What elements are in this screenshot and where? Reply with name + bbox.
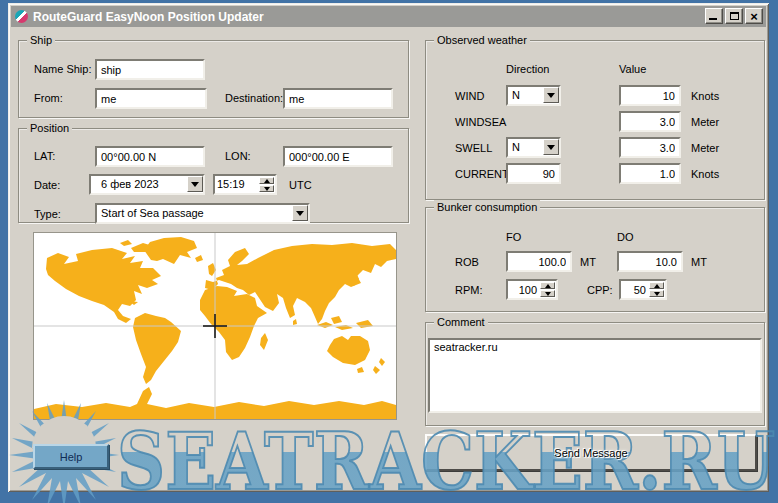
- lat-input[interactable]: [95, 146, 205, 167]
- spinner-down-icon: [545, 292, 551, 296]
- spinner-up-icon: [264, 179, 270, 183]
- cpp-spinner-down[interactable]: [649, 290, 664, 297]
- do-rob-input[interactable]: [617, 251, 683, 272]
- cpp-value: 50: [634, 284, 646, 296]
- wind-direction-value: N: [512, 89, 520, 101]
- maximize-icon: [730, 12, 739, 20]
- rpm-spinner-up[interactable]: [540, 282, 555, 289]
- world-map-svg: [34, 233, 396, 419]
- type-dropdown-button[interactable]: [292, 205, 308, 221]
- rpm-label: RPM:: [455, 284, 483, 296]
- type-dropdown[interactable]: Start of Sea passage: [95, 203, 310, 224]
- window-title: RouteGuard EasyNoon Position Updater: [33, 10, 264, 24]
- swell-direction-button[interactable]: [543, 139, 559, 155]
- comment-legend: Comment: [434, 315, 488, 329]
- name-ship-label: Name Ship:: [34, 63, 91, 75]
- title-bar[interactable]: RouteGuard EasyNoon Position Updater ×: [11, 6, 766, 27]
- wind-direction-dropdown[interactable]: N: [506, 85, 561, 106]
- type-label: Type:: [34, 208, 61, 220]
- app-icon: [15, 10, 28, 23]
- from-input[interactable]: [95, 88, 207, 109]
- destination-input[interactable]: [283, 88, 393, 109]
- swell-value-input[interactable]: [619, 137, 681, 158]
- current-direction-input[interactable]: [506, 163, 561, 184]
- type-value: Start of Sea passage: [101, 207, 204, 219]
- do-header: DO: [617, 231, 634, 243]
- help-button[interactable]: Help: [33, 444, 109, 469]
- current-unit-label: Knots: [691, 168, 719, 180]
- date-dropdown-button[interactable]: [187, 176, 203, 192]
- position-group-legend: Position: [27, 121, 72, 135]
- rpm-value: 100: [519, 284, 537, 296]
- chevron-down-icon: [547, 93, 555, 98]
- send-message-label: Send Message: [554, 447, 627, 459]
- maximize-button[interactable]: [725, 8, 743, 24]
- do-unit-label: MT: [691, 256, 707, 268]
- time-value: 15:19: [217, 178, 245, 190]
- name-ship-input[interactable]: [95, 59, 205, 80]
- app-window: RouteGuard EasyNoon Position Updater × S…: [8, 3, 769, 492]
- swell-direction-dropdown[interactable]: N: [506, 137, 561, 158]
- wind-label: WIND: [455, 90, 484, 102]
- cpp-label: CPP:: [587, 284, 613, 296]
- rpm-spinner[interactable]: 100: [506, 279, 558, 300]
- rpm-spinner-down[interactable]: [540, 290, 555, 297]
- chevron-down-icon: [296, 211, 304, 216]
- spinner-down-icon: [654, 292, 660, 296]
- spinner-up-icon: [545, 284, 551, 288]
- date-label: Date:: [34, 179, 60, 191]
- swell-unit-label: Meter: [691, 142, 719, 154]
- bunker-legend: Bunker consumption: [434, 200, 540, 214]
- utc-label: UTC: [289, 179, 312, 191]
- windsea-value-input[interactable]: [619, 111, 681, 132]
- date-dropdown[interactable]: 6 фев 2023: [89, 174, 205, 195]
- minimize-icon: [709, 18, 717, 20]
- rob-label: ROB: [455, 256, 479, 268]
- ship-group-legend: Ship: [27, 33, 55, 47]
- time-spinner-up[interactable]: [259, 177, 274, 184]
- lon-input[interactable]: [283, 146, 393, 167]
- date-value: 6 фев 2023: [101, 178, 159, 190]
- value-header: Value: [619, 63, 646, 75]
- wind-value-input[interactable]: [619, 85, 681, 106]
- fo-unit-label: MT: [580, 256, 596, 268]
- lon-label: LON:: [225, 150, 251, 162]
- from-label: From:: [34, 92, 63, 104]
- close-button[interactable]: ×: [745, 8, 763, 24]
- send-message-button[interactable]: Send Message: [425, 434, 757, 471]
- wind-unit-label: Knots: [691, 90, 719, 102]
- fo-header: FO: [506, 231, 521, 243]
- destination-label: Destination:: [225, 92, 283, 104]
- chevron-down-icon: [191, 182, 199, 187]
- windsea-unit-label: Meter: [691, 116, 719, 128]
- lat-label: LAT:: [34, 150, 55, 162]
- spinner-down-icon: [264, 187, 270, 191]
- world-map[interactable]: [33, 232, 397, 420]
- current-value-input[interactable]: [619, 163, 681, 184]
- direction-header: Direction: [506, 63, 549, 75]
- windsea-label: WINDSEA: [455, 116, 506, 128]
- comment-textarea[interactable]: seatracker.ru: [428, 338, 762, 413]
- close-icon: ×: [750, 10, 758, 23]
- observed-weather-legend: Observed weather: [434, 33, 530, 47]
- cpp-spinner-up[interactable]: [649, 282, 664, 289]
- help-label: Help: [60, 451, 83, 463]
- minimize-button[interactable]: [705, 8, 723, 24]
- fo-rob-input[interactable]: [506, 251, 572, 272]
- time-spinner[interactable]: 15:19: [213, 174, 277, 195]
- time-spinner-down[interactable]: [259, 185, 274, 192]
- chevron-down-icon: [547, 145, 555, 150]
- wind-direction-button[interactable]: [543, 87, 559, 103]
- swell-direction-value: N: [512, 141, 520, 153]
- cpp-spinner[interactable]: 50: [619, 279, 667, 300]
- current-label: CURRENT: [455, 168, 509, 180]
- spinner-up-icon: [654, 284, 660, 288]
- swell-label: SWELL: [455, 142, 492, 154]
